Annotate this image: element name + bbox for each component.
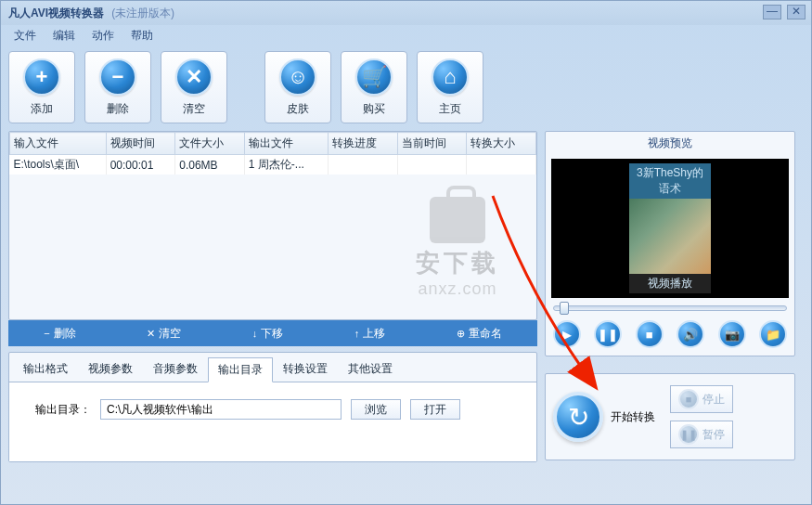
- table-cell: 0.06MB: [175, 155, 245, 175]
- clear-button-label: 清空: [183, 101, 205, 117]
- volume-button[interactable]: 🔊: [677, 320, 704, 348]
- convert-panel: ↻ 开始转换 ■ 停止 ❚❚ 暂停: [545, 373, 795, 460]
- settings-panel: 输出格式视频参数音频参数输出目录转换设置其他设置 输出目录： 浏览 打开: [8, 352, 537, 462]
- home-button-label: 主页: [439, 101, 461, 117]
- tab-5[interactable]: 其他设置: [338, 356, 403, 382]
- action-clear-icon: ✕: [147, 328, 155, 340]
- action-move-up-icon: ↑: [354, 328, 360, 339]
- skin-button-label: 皮肤: [287, 101, 309, 117]
- pause-icon: ❚❚: [678, 424, 699, 445]
- stop-icon: ■: [678, 389, 699, 409]
- pause-convert-button[interactable]: ❚❚ 暂停: [670, 421, 733, 448]
- output-dir-label: 输出目录：: [35, 402, 91, 418]
- action-move-down[interactable]: ↓下移: [247, 326, 290, 342]
- column-header[interactable]: 视频时间: [106, 133, 175, 155]
- video-thumbnail: 3新TheShy的语术 视频播放: [629, 163, 711, 293]
- play-button[interactable]: ▶: [553, 320, 581, 348]
- watermark: 安下载 anxz.com: [416, 197, 499, 299]
- tab-output-dir: 输出目录： 浏览 打开: [9, 382, 536, 461]
- skin-button[interactable]: ☺皮肤: [264, 51, 331, 123]
- table-cell: [467, 155, 536, 175]
- app-window: 凡人AVI视频转换器 (未注册版本) — ✕ 文件 编辑 动作 帮助 +添加−删…: [0, 0, 812, 505]
- table-actions-bar: −删除✕清空↓下移↑上移⊕重命名: [8, 320, 537, 346]
- tab-0[interactable]: 输出格式: [13, 356, 78, 382]
- delete-button[interactable]: −删除: [84, 51, 151, 123]
- app-title: 凡人AVI视频转换器: [8, 6, 104, 21]
- pause-button[interactable]: ❚❚: [594, 320, 622, 348]
- home-button[interactable]: ⌂主页: [417, 51, 483, 123]
- table-cell: [397, 155, 467, 175]
- preview-title: 视频预览: [546, 132, 794, 155]
- skin-button-icon: ☺: [279, 58, 316, 96]
- column-header[interactable]: 当前时间: [397, 133, 467, 155]
- window-controls: — ✕: [763, 5, 806, 19]
- app-subtitle: (未注册版本): [111, 6, 174, 21]
- column-header[interactable]: 转换大小: [467, 133, 536, 155]
- action-delete-icon: −: [44, 328, 49, 339]
- table-cell: 1 周杰伦-...: [244, 155, 328, 175]
- buy-button-icon: 🛒: [355, 58, 393, 96]
- table-cell: 00:00:01: [106, 155, 175, 175]
- start-convert-button[interactable]: ↻ 开始转换: [553, 392, 655, 442]
- media-controls: ▶❚❚■🔊📷📁: [546, 315, 794, 356]
- tab-row: 输出格式视频参数音频参数输出目录转换设置其他设置: [9, 353, 536, 382]
- output-dir-input[interactable]: [100, 399, 342, 420]
- delete-button-icon: −: [99, 58, 136, 96]
- file-table: 输入文件视频时间文件大小输出文件转换进度当前时间转换大小 E:\tools\桌面…: [9, 132, 536, 175]
- close-button[interactable]: ✕: [787, 5, 806, 19]
- delete-button-label: 删除: [107, 101, 129, 117]
- column-header[interactable]: 输入文件: [10, 133, 107, 155]
- browse-button[interactable]: 浏览: [351, 399, 401, 420]
- action-clear[interactable]: ✕清空: [141, 326, 187, 342]
- action-move-down-icon: ↓: [252, 328, 258, 339]
- add-button-icon: +: [23, 58, 60, 96]
- home-button-icon: ⌂: [432, 58, 469, 96]
- action-move-up[interactable]: ↑上移: [349, 326, 392, 342]
- table-cell: E:\tools\桌面\: [10, 155, 107, 175]
- tab-2[interactable]: 音频参数: [143, 356, 208, 382]
- main-toolbar: +添加−删除✕清空☺皮肤🛒购买⌂主页: [8, 51, 804, 123]
- tab-4[interactable]: 转换设置: [273, 356, 338, 382]
- video-preview[interactable]: 3新TheShy的语术 视频播放: [551, 159, 789, 298]
- action-rename[interactable]: ⊕重命名: [451, 326, 508, 342]
- open-button[interactable]: 打开: [410, 399, 460, 420]
- stop-convert-button[interactable]: ■ 停止: [670, 385, 733, 413]
- tab-3[interactable]: 输出目录: [208, 357, 273, 382]
- table-cell: [329, 155, 398, 175]
- seek-slider-row: [546, 302, 794, 315]
- buy-button-label: 购买: [363, 101, 385, 117]
- column-header[interactable]: 输出文件: [244, 133, 328, 155]
- column-header[interactable]: 文件大小: [175, 133, 245, 155]
- clear-button-icon: ✕: [175, 58, 213, 96]
- seek-thumb[interactable]: [560, 302, 569, 315]
- menu-help[interactable]: 帮助: [123, 26, 161, 45]
- action-rename-icon: ⊕: [457, 328, 465, 340]
- minimize-button[interactable]: —: [763, 5, 781, 19]
- folder-button[interactable]: 📁: [759, 320, 787, 348]
- action-delete[interactable]: −删除: [38, 326, 81, 342]
- add-button[interactable]: +添加: [8, 51, 75, 123]
- column-header[interactable]: 转换进度: [329, 133, 398, 155]
- tab-1[interactable]: 视频参数: [78, 356, 143, 382]
- titlebar: 凡人AVI视频转换器 (未注册版本) — ✕: [1, 1, 811, 25]
- preview-panel: 视频预览 3新TheShy的语术 视频播放 ▶❚❚■🔊📷📁: [545, 131, 795, 356]
- add-button-label: 添加: [31, 101, 53, 117]
- clear-button[interactable]: ✕清空: [161, 51, 227, 123]
- buy-button[interactable]: 🛒购买: [341, 51, 407, 123]
- menu-file[interactable]: 文件: [6, 26, 44, 45]
- menubar: 文件 编辑 动作 帮助: [1, 25, 811, 45]
- start-icon: ↻: [553, 392, 603, 442]
- file-table-panel: 输入文件视频时间文件大小输出文件转换进度当前时间转换大小 E:\tools\桌面…: [8, 131, 537, 320]
- stop-button[interactable]: ■: [636, 320, 664, 348]
- menu-edit[interactable]: 编辑: [45, 26, 83, 45]
- table-row[interactable]: E:\tools\桌面\00:00:010.06MB1 周杰伦-...: [10, 155, 536, 175]
- start-label: 开始转换: [611, 409, 655, 425]
- seek-slider[interactable]: [553, 305, 787, 311]
- snapshot-button[interactable]: 📷: [718, 320, 746, 348]
- menu-action[interactable]: 动作: [84, 26, 122, 45]
